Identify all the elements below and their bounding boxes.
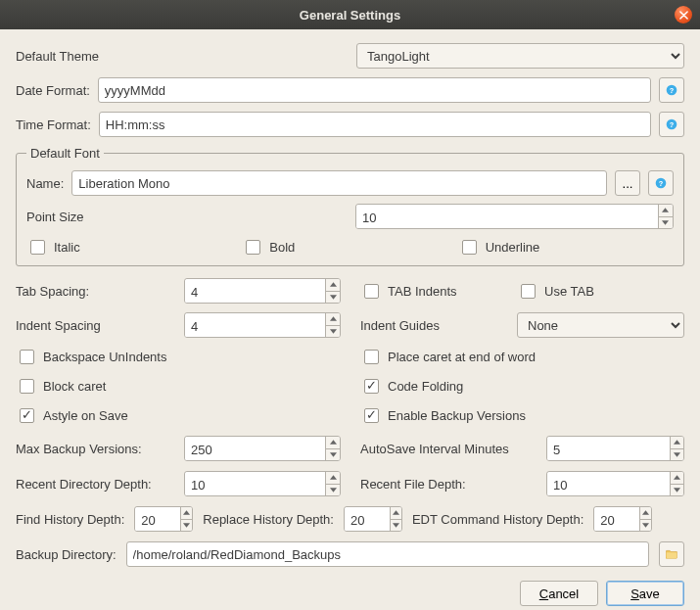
find-history-spinner[interactable] (134, 506, 193, 532)
spin-up[interactable] (326, 279, 340, 292)
spin-up[interactable] (640, 507, 651, 520)
max-backup-label: Max Backup Versions: (16, 442, 184, 456)
backspace-unindents-checkbox[interactable]: Backspace UnIndents (16, 347, 341, 367)
edt-history-label: EDT Command History Depth: (412, 512, 583, 527)
underline-checkbox[interactable]: Underline (458, 237, 674, 258)
spin-up[interactable] (671, 472, 683, 485)
spin-down[interactable] (671, 449, 683, 461)
spin-down[interactable] (326, 485, 340, 496)
point-size-input[interactable] (356, 205, 658, 229)
recent-dir-depth-spinner[interactable] (184, 471, 341, 496)
backup-dir-input[interactable] (126, 541, 649, 567)
chevron-down-icon (330, 329, 337, 334)
backup-dir-label: Backup Directory: (16, 547, 117, 562)
use-tab-checkbox[interactable]: Use TAB (517, 281, 684, 302)
tab-spacing-spinner[interactable] (184, 278, 341, 304)
chevron-down-icon (393, 523, 399, 528)
time-format-input[interactable] (99, 112, 651, 137)
point-size-up[interactable] (659, 205, 673, 217)
font-help-button[interactable]: ? (648, 170, 674, 196)
code-folding-checkbox[interactable]: Code Folding (360, 376, 684, 397)
point-size-label: Point Size (26, 210, 348, 224)
chevron-down-icon (330, 452, 337, 457)
spin-up[interactable] (181, 507, 192, 520)
default-theme-select[interactable]: TangoLight (356, 43, 684, 69)
spin-down[interactable] (181, 520, 192, 532)
svg-text:?: ? (670, 120, 675, 129)
point-size-down[interactable] (659, 217, 673, 229)
font-name-label: Name: (26, 176, 64, 191)
indent-guides-select[interactable]: None (517, 312, 684, 338)
chevron-up-icon (393, 510, 399, 515)
date-format-input[interactable] (98, 77, 651, 103)
time-format-help-button[interactable]: ? (659, 112, 684, 137)
help-icon: ? (655, 174, 667, 192)
chevron-up-icon (674, 440, 680, 445)
svg-text:?: ? (659, 179, 664, 188)
chevron-up-icon (330, 316, 337, 321)
help-icon: ? (666, 116, 677, 133)
chevron-up-icon (642, 510, 649, 515)
time-format-label: Time Format: (16, 117, 91, 132)
recent-dir-depth-label: Recent Directory Depth: (16, 477, 184, 492)
spin-down[interactable] (391, 520, 401, 532)
close-icon (679, 11, 688, 20)
folder-icon (666, 547, 677, 561)
date-format-help-button[interactable]: ? (659, 77, 684, 103)
font-name-input[interactable] (71, 170, 607, 196)
find-history-label: Find History Depth: (16, 512, 124, 527)
window-title: General Settings (300, 8, 400, 23)
point-size-spinner[interactable] (355, 204, 674, 229)
autosave-spinner[interactable] (546, 436, 684, 461)
font-browse-button[interactable]: ... (615, 170, 640, 196)
general-settings-dialog: General Settings Default Theme TangoLigh… (0, 0, 700, 610)
chevron-up-icon (330, 440, 337, 445)
max-backup-spinner[interactable] (184, 436, 341, 461)
chevron-down-icon (674, 452, 680, 457)
chevron-up-icon (330, 282, 337, 287)
cancel-button[interactable]: Cancel (520, 581, 598, 606)
spin-down[interactable] (640, 520, 651, 532)
chevron-down-icon (662, 220, 669, 225)
astyle-on-save-checkbox[interactable]: Astyle on Save (16, 405, 341, 426)
spin-down[interactable] (326, 449, 340, 461)
spin-up[interactable] (326, 313, 340, 326)
spin-up[interactable] (391, 507, 401, 520)
chevron-down-icon (674, 488, 680, 493)
italic-checkbox[interactable]: Italic (26, 237, 242, 258)
recent-file-depth-spinner[interactable] (546, 471, 684, 496)
spin-up[interactable] (326, 472, 340, 485)
tab-indents-checkbox[interactable]: TAB Indents (360, 281, 517, 302)
default-theme-label: Default Theme (16, 49, 349, 64)
bold-checkbox[interactable]: Bold (242, 237, 457, 258)
tab-spacing-label: Tab Spacing: (16, 284, 184, 299)
place-caret-eow-checkbox[interactable]: Place caret at end of word (360, 347, 684, 367)
indent-spacing-spinner[interactable] (184, 312, 341, 338)
date-format-label: Date Format: (16, 83, 90, 98)
spin-up[interactable] (326, 437, 340, 449)
edt-history-spinner[interactable] (593, 506, 652, 532)
spin-down[interactable] (326, 326, 340, 338)
backup-dir-browse-button[interactable] (659, 541, 684, 567)
chevron-up-icon (183, 510, 190, 515)
replace-history-spinner[interactable] (344, 506, 402, 532)
chevron-down-icon (330, 488, 337, 493)
autosave-label: AutoSave Interval Minutes (360, 442, 546, 456)
chevron-up-icon (662, 208, 669, 212)
indent-guides-label: Indent Guides (360, 318, 517, 333)
help-icon: ? (666, 81, 677, 99)
chevron-up-icon (330, 475, 337, 480)
chevron-down-icon (330, 295, 337, 300)
default-font-group: Default Font Name: ... ? Point Size (16, 146, 684, 266)
replace-history-label: Replace History Depth: (203, 512, 334, 527)
spin-up[interactable] (671, 437, 683, 449)
cancel-button-rest: ancel (548, 587, 579, 601)
save-button[interactable]: Save (606, 581, 684, 606)
enable-backup-checkbox[interactable]: Enable Backup Versions (360, 405, 684, 426)
spin-down[interactable] (326, 292, 340, 304)
svg-text:?: ? (670, 86, 675, 95)
spin-down[interactable] (671, 485, 683, 496)
block-caret-checkbox[interactable]: Block caret (16, 376, 341, 397)
close-button[interactable] (675, 6, 692, 23)
indent-spacing-label: Indent Spacing (16, 318, 184, 333)
